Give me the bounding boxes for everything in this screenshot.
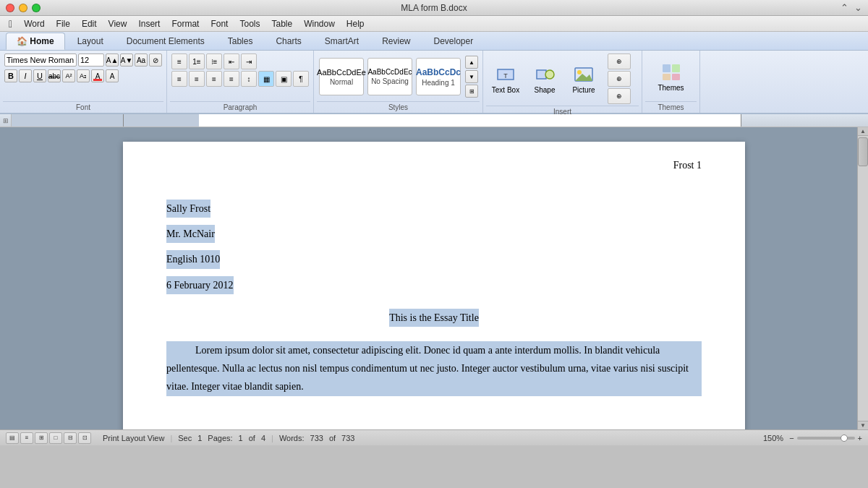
view-btn-2[interactable]: ≡	[20, 432, 33, 444]
tab-home[interactable]: 🏠 Home	[6, 33, 65, 50]
paragraph-group-label: Paragraph	[170, 101, 310, 113]
view-btn-4[interactable]: □	[49, 432, 62, 444]
close-button[interactable]	[6, 4, 14, 12]
scroll-down-button[interactable]: ▼	[858, 421, 868, 429]
maximize-button[interactable]	[32, 4, 41, 12]
font-case-button[interactable]: Aa	[135, 53, 148, 67]
line-body: Lorem ipsum dolor sit amet, consectetur …	[166, 341, 702, 396]
align-left-button[interactable]: ≡	[171, 71, 187, 87]
styles-scroll-down[interactable]: ▼	[465, 70, 478, 83]
font-shrink-button[interactable]: A▼	[120, 53, 133, 67]
minimize-button[interactable]	[19, 4, 27, 12]
style-heading1[interactable]: AaBbCcDc Heading 1	[416, 58, 461, 95]
menu-tools[interactable]: Tools	[234, 17, 265, 30]
menu-format[interactable]: Format	[166, 17, 205, 30]
themes-group-label: Themes	[645, 101, 697, 113]
collapse-icon[interactable]: ⌃	[841, 2, 848, 13]
zoom-level: 150%	[763, 434, 783, 442]
menu-edit[interactable]: Edit	[76, 17, 103, 30]
ruler-corner[interactable]: ⊞	[0, 114, 12, 127]
menu-font[interactable]: Font	[205, 17, 234, 30]
zoom-track[interactable]	[797, 437, 855, 440]
font-size-input[interactable]	[78, 53, 104, 67]
tab-tables[interactable]: Tables	[217, 33, 264, 50]
scroll-thumb[interactable]	[858, 137, 868, 166]
font-family-input[interactable]	[4, 53, 77, 67]
zoom-in-icon[interactable]: +	[858, 434, 862, 442]
tab-document-elements[interactable]: Document Elements	[116, 33, 216, 50]
view-btn-6[interactable]: ⊡	[78, 432, 91, 444]
zoom-out-icon[interactable]: −	[789, 434, 793, 442]
insert-extra-btn2[interactable]: ⊕	[608, 71, 631, 87]
tab-smartart[interactable]: SmartArt	[314, 33, 370, 50]
picture-button[interactable]: Picture	[566, 60, 602, 98]
author-text: Sally Frost	[166, 200, 210, 218]
line-spacing-button[interactable]: ↕	[241, 71, 257, 87]
status-divider: |	[170, 434, 172, 442]
line-date: 6 February 2012	[166, 276, 702, 294]
themes-button[interactable]: Themes	[653, 58, 689, 95]
style-normal[interactable]: AaBbCcDdEe Normal	[319, 58, 364, 95]
insert-extra-btn1[interactable]: ⊕	[608, 53, 631, 69]
menu-view[interactable]: View	[103, 17, 133, 30]
expand-icon[interactable]: ⌄	[854, 2, 862, 13]
style-no-spacing[interactable]: AaBbCcDdEc No Spacing	[367, 58, 412, 95]
view-buttons: ▤ ≡ ⊞ □ ⊟ ⊡	[6, 432, 91, 444]
increase-indent-button[interactable]: ⇥	[241, 53, 257, 69]
font-color-button[interactable]: A	[91, 69, 104, 82]
borders-button[interactable]: ▣	[276, 71, 292, 87]
menu-file[interactable]: File	[51, 17, 76, 30]
status-divider2: |	[271, 434, 273, 442]
bold-button[interactable]: B	[4, 69, 17, 82]
align-center-button[interactable]: ≡	[189, 71, 205, 87]
view-btn-1[interactable]: ▤	[6, 432, 19, 444]
view-btn-3[interactable]: ⊞	[35, 432, 48, 444]
scroll-up-button[interactable]: ▲	[858, 127, 868, 136]
multilevel-button[interactable]: ⁝≡	[206, 53, 222, 69]
subscript-button[interactable]: A₂	[77, 69, 90, 82]
styles-expand[interactable]: ⊞	[465, 85, 478, 98]
styles-scroll-up[interactable]: ▲	[465, 56, 478, 69]
font-grow-button[interactable]: A▲	[106, 53, 119, 67]
header-text: Frost 1	[673, 160, 702, 171]
insert-extra-btn3[interactable]: ⊕	[608, 88, 631, 104]
strikethrough-button[interactable]: abc	[48, 69, 61, 82]
status-bar: ▤ ≡ ⊞ □ ⊟ ⊡ Print Layout View | Sec 1 Pa…	[0, 429, 868, 445]
scrollbar[interactable]: ▲ ▼	[857, 127, 868, 429]
show-hide-button[interactable]: ¶	[293, 71, 309, 87]
svg-rect-9	[663, 74, 671, 80]
textbox-button[interactable]: T Text Box	[488, 60, 524, 98]
styles-group: AaBbCcDdEe Normal AaBbCcDdEc No Spacing …	[314, 51, 483, 113]
zoom-slider[interactable]: − +	[789, 434, 862, 442]
numbering-button[interactable]: 1≡	[189, 53, 205, 69]
menu-table[interactable]: Table	[265, 17, 298, 30]
shading-button[interactable]: ▦	[258, 71, 274, 87]
document-content: Sally Frost Mr. McNair English 1010 6 Fe…	[166, 200, 702, 396]
tab-review[interactable]: Review	[371, 33, 421, 50]
tab-developer[interactable]: Developer	[423, 33, 485, 50]
italic-button[interactable]: I	[19, 69, 32, 82]
bullets-button[interactable]: ≡	[171, 53, 187, 69]
shape-button[interactable]: Shape	[527, 60, 563, 98]
menu-help[interactable]: Help	[341, 17, 370, 30]
menu-insert[interactable]: Insert	[132, 17, 166, 30]
apple-menu[interactable]: 	[3, 18, 18, 30]
clear-formatting-button[interactable]: ⊘	[149, 53, 162, 67]
svg-rect-8	[672, 64, 680, 72]
themes-icon	[661, 62, 681, 82]
superscript-button[interactable]: A²	[62, 69, 75, 82]
view-btn-5[interactable]: ⊟	[64, 432, 77, 444]
justify-button[interactable]: ≡	[224, 71, 239, 87]
zoom-thumb[interactable]	[841, 435, 848, 442]
menu-word[interactable]: Word	[18, 17, 50, 30]
tab-layout[interactable]: Layout	[67, 33, 114, 50]
decrease-indent-button[interactable]: ⇤	[224, 53, 239, 69]
body-text: Lorem ipsum dolor sit amet, consectetur …	[166, 341, 702, 396]
tab-charts[interactable]: Charts	[265, 33, 312, 50]
style-heading-preview: AaBbCcDc	[416, 67, 461, 77]
highlight-button[interactable]: A	[106, 69, 119, 82]
underline-button[interactable]: U	[33, 69, 46, 82]
menu-window[interactable]: Window	[298, 17, 341, 30]
date-text: 6 February 2012	[166, 276, 234, 294]
align-right-button[interactable]: ≡	[206, 71, 222, 87]
